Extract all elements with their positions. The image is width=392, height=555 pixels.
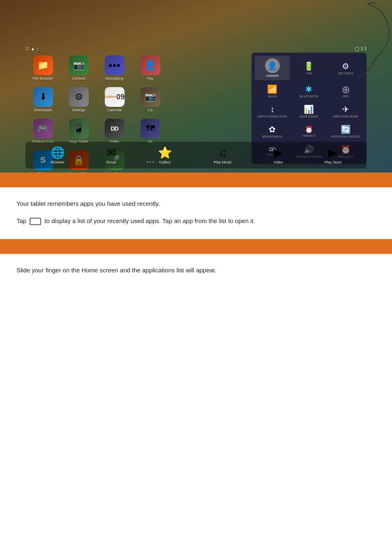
rotation-label: ROTATION LOCKED — [331, 135, 360, 138]
recent-apps-section: Your tablet remembers apps you have used… — [0, 187, 392, 239]
app-settings[interactable]: ⚙ Settings — [61, 84, 96, 115]
bluetooth-icon: ✱ — [305, 84, 312, 94]
browser-label: Browser — [51, 160, 65, 164]
video-icon: ▶ — [274, 146, 283, 159]
play-music-label: Play Music — [214, 160, 232, 164]
section-header-2 — [0, 239, 392, 254]
email-icon: ✉ — [106, 146, 116, 159]
data-connection-icon: ↕ — [270, 105, 274, 114]
settings-label: Settings — [72, 108, 85, 113]
qs-timeout[interactable]: ⏰ TIMEOUT — [291, 122, 326, 140]
owner-label: OWNER — [266, 74, 279, 78]
play-store-icon: ▶ — [328, 146, 337, 159]
camera2-label: Ca — [148, 108, 153, 113]
app-messaging[interactable]: ●●● Messaging — [97, 53, 132, 83]
qs-airplane[interactable]: ✈ AIRPLANE MODE — [328, 102, 363, 120]
dock-play-music[interactable]: ♫ Play Music — [214, 146, 232, 164]
data-connection-label: DATA CONNECTION — [258, 115, 287, 118]
messaging-icon: ●●● — [105, 55, 125, 75]
skype-label: Skype — [38, 172, 48, 173]
data-usage-icon: 📊 — [304, 104, 314, 114]
browser-icon: 🌐 — [51, 146, 65, 159]
dock-play-store[interactable]: ▶ Play Store — [325, 146, 342, 164]
gps-label: GPS — [342, 95, 349, 98]
qs-wlan[interactable]: 📶 WLAN — [255, 82, 290, 100]
calendar-label: Calendar — [107, 108, 122, 113]
hand-drawing-decoration — [310, 0, 392, 82]
app-downloads[interactable]: ⬇ Downloads — [25, 84, 60, 115]
yoga-icon: 📱 — [69, 119, 89, 138]
rotation-icon: 🔄 — [341, 124, 351, 134]
status-left-icons: ☐ ▲ ↑ — [25, 46, 39, 51]
timeout-icon: ⏰ — [305, 126, 313, 134]
app-file-browser[interactable]: 📁 File Browser — [25, 53, 60, 83]
messaging-label: Messaging — [106, 77, 124, 81]
gallery-label: Gallery — [159, 160, 171, 164]
recent-apps-text-1: Your tablet remembers apps you have used… — [16, 199, 376, 209]
app-pay[interactable]: 👤 Pay — [133, 53, 168, 83]
dock-email[interactable]: ✉ Email — [106, 146, 116, 164]
wlan-icon: 📶 — [267, 84, 277, 94]
downloads-label: Downloads — [34, 108, 52, 113]
gps-icon: ◎ — [342, 84, 349, 94]
app-camera2[interactable]: 📷 Ca — [133, 84, 168, 115]
gallery-icon: ⭐ — [158, 146, 172, 159]
notification-icon: ☐ — [25, 46, 29, 51]
camera-icon: 📷 — [69, 55, 89, 75]
upload-icon: ↑ — [37, 46, 39, 51]
timeout-label: TIMEOUT — [302, 134, 316, 137]
brightness-icon: ✿ — [269, 124, 276, 134]
owner-item[interactable]: 👤 OWNER — [255, 56, 290, 80]
file-browser-icon: 📁 — [33, 55, 53, 75]
qs-data-usage[interactable]: 📊 DATA USAGE — [291, 102, 326, 120]
pay-label: Pay — [147, 77, 154, 81]
feature-icon: 🎮 — [33, 119, 53, 138]
bluetooth-label: BLUETOOTH — [300, 95, 318, 98]
section-header-1 — [0, 173, 392, 187]
voice-label: Voice Searc — [104, 172, 124, 173]
airplane-icon: ✈ — [342, 104, 349, 114]
app-dock: 🌐 Browser ✉ Email ⭐ Gallery ♫ Play Music… — [25, 142, 367, 168]
data-usage-label: DATA USAGE — [300, 115, 319, 118]
app-camera[interactable]: 📷 Camera — [61, 53, 96, 83]
tablet-screenshot: ☐ ▲ ↑ ◯ 1 1 📁 File Browser 📷 Camera ●●● … — [0, 0, 392, 173]
qs-rotation[interactable]: 🔄 ROTATION LOCKED — [328, 122, 363, 140]
file-browser-label: File Browser — [32, 77, 53, 81]
email-label: Email — [107, 160, 116, 164]
camera-label: Camera — [72, 77, 85, 81]
nav-icon: 🗺 — [141, 119, 160, 138]
owner-avatar: 👤 — [265, 58, 280, 73]
dock-video[interactable]: ▶ Video — [273, 146, 283, 164]
qs-bluetooth[interactable]: ✱ BLUETOOTH — [291, 82, 326, 100]
downloads-icon: ⬇ — [33, 87, 53, 107]
play-store-label: Play Store — [325, 160, 342, 164]
dock-browser[interactable]: 🌐 Browser — [51, 146, 65, 164]
alert-icon: ▲ — [31, 46, 35, 51]
qs-brightness[interactable]: ✿ BRIGHTNESS — [255, 122, 290, 140]
recent-apps-button-icon — [30, 218, 41, 225]
recent-apps-text-2: Tap to display a list of your recently u… — [16, 216, 376, 226]
airplane-label: AIRPLANE MODE — [333, 115, 358, 118]
home-screen-text: Slide your finger on the Home screen and… — [16, 265, 376, 275]
qs-gps[interactable]: ◎ GPS — [328, 82, 363, 100]
dolby-icon: DD — [105, 119, 125, 138]
brightness-label: BRIGHTNESS — [262, 135, 282, 138]
norton-label: Norton Mob. — [69, 172, 89, 173]
qs-data-connection[interactable]: ↕ DATA CONNECTION — [255, 102, 290, 120]
app-calendar[interactable]: SUNDAY 09 Calendar — [97, 84, 132, 115]
calendar-icon: SUNDAY 09 — [105, 87, 125, 107]
wlan-label: WLAN — [268, 95, 277, 98]
video-label: Video — [273, 160, 283, 164]
dock-gallery[interactable]: ⭐ Gallery — [158, 146, 172, 164]
home-screen-section: Slide your finger on the Home screen and… — [0, 254, 392, 288]
settings-icon: ⚙ — [69, 87, 89, 107]
play-music-icon: ♫ — [219, 146, 227, 159]
pay-icon: 👤 — [141, 55, 160, 75]
camera2-icon: 📷 — [141, 87, 160, 107]
